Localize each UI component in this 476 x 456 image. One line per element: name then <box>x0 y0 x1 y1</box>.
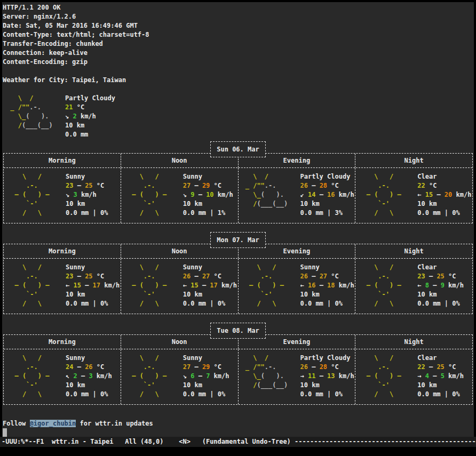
weather-cell-night: \ / .-. – ( ) – `-' / \ Clear22 – 25 °C→… <box>355 349 472 404</box>
weather-cell-morning: \ / .-. – ( ) – `-' / \ Sunny24 – 26 °C↖… <box>4 349 121 404</box>
forecast-body-row: \ / .-. – ( ) – `-' / \ Sunny23 – 25 °C↘… <box>4 168 472 223</box>
weather-cell-info: Clear23 – 25 °C← 8 – 9 km/h10 km0.0 mm |… <box>417 263 472 314</box>
sun-icon: \ / .-. – ( ) – `-' / \ <box>124 172 180 223</box>
period-header-morning: Morning <box>4 335 121 349</box>
period-header-morning: Morning <box>4 154 121 167</box>
weather-cell-morning: \ / .-. – ( ) – `-' / \ Sunny23 – 25 °C←… <box>4 259 121 314</box>
weather-cell-info: Partly Cloudy26 – 28 °C→ 11 – 13 km/h10 … <box>300 354 355 404</box>
weather-cell-info: Clear22 °C← 15 – 20 km/h10 km0.0 mm | 0% <box>417 172 472 223</box>
sun-icon: \ / .-. – ( ) – `-' / \ <box>359 263 414 314</box>
weather-cell-night: \ / .-. – ( ) – `-' / \ Clear23 – 25 °C←… <box>355 259 472 314</box>
terminal-content: HTTP/1.1 200 OK Server: nginx/1.2.6 Date… <box>2 2 474 447</box>
forecast-table: Sun 06. MarMorningNoonEveningNight \ / .… <box>3 153 473 223</box>
sun-icon: \ / .-. – ( ) – `-' / \ <box>242 263 297 314</box>
weather-cell-info: Sunny24 – 26 °C↖ 2 – 3 km/h10 km0.0 mm |… <box>66 354 121 404</box>
forecast-body-row: \ / .-. – ( ) – `-' / \ Sunny24 – 26 °C↖… <box>4 349 472 404</box>
weather-cell-info: Sunny23 – 25 °C← 15 – 17 km/h10 km0.0 mm… <box>66 263 121 314</box>
current-conditions-info: Partly Cloudy21 °C↘ 2 km/h10 km0.0 mm <box>65 94 115 139</box>
forecast-day-1: Sun 06. MarMorningNoonEveningNight \ / .… <box>3 153 473 223</box>
terminal-cursor <box>3 428 7 437</box>
current-conditions: \ / _ /"".-. \_( ). /(___(__) Partly Clo… <box>2 94 474 139</box>
forecast-day-3: Tue 08. MarMorningNoonEveningNight \ / .… <box>3 334 473 405</box>
forecast-table: Mon 07. MarMorningNoonEveningNight \ / .… <box>3 244 473 314</box>
terminal-cursor-line <box>3 428 474 437</box>
weather-cell-morning: \ / .-. – ( ) – `-' / \ Sunny23 – 25 °C↘… <box>4 168 121 223</box>
weather-cell-info: Sunny27 – 29 °C↘ 9 – 10 km/h10 km0.0 mm … <box>183 172 238 223</box>
forecast-table: Tue 08. MarMorningNoonEveningNight \ / .… <box>3 334 473 405</box>
partly-cloudy-icon: \ / _ /"".-. \_( ). /(___(__) <box>242 172 297 223</box>
weather-cell-noon: \ / .-. – ( ) – `-' / \ Sunny27 – 29 °C↘… <box>121 349 238 404</box>
twitter-handle-link[interactable]: @igor_chubin <box>30 420 76 427</box>
period-header-night: Night <box>355 244 472 258</box>
forecast-day-2: Mon 07. MarMorningNoonEveningNight \ / .… <box>3 244 473 314</box>
follow-line: Follow @igor_chubin for wttr.in updates <box>3 419 474 428</box>
sun-icon: \ / .-. – ( ) – `-' / \ <box>7 263 62 314</box>
weather-cell-noon: \ / .-. – ( ) – `-' / \ Sunny26 – 27 °C←… <box>121 259 238 314</box>
period-header-night: Night <box>355 154 472 167</box>
terminal-window: { "colors": { "white": "#e9e9e9", "cloud… <box>0 0 476 456</box>
partly-cloudy-icon: \ / _ /"".-. \_( ). /(___(__) <box>6 94 62 139</box>
location-line: Weather for City: Taipei, Taiwan <box>3 76 474 85</box>
weather-cell-evening: \ / _ /"".-. \_( ). /(___(__) Partly Clo… <box>238 349 355 404</box>
weather-cell-night: \ / .-. – ( ) – `-' / \ Clear22 °C← 15 –… <box>355 168 472 223</box>
forecast-body-row: \ / .-. – ( ) – `-' / \ Sunny23 – 25 °C←… <box>4 259 472 314</box>
weather-cell-evening: \ / .-. – ( ) – `-' / \ Sunny26 – 27 °C←… <box>238 259 355 314</box>
date-label: Tue 08. Mar <box>217 326 259 335</box>
partly-cloudy-icon: \ / _ /"".-. \_( ). /(___(__) <box>242 354 297 404</box>
weather-cell-info: Sunny26 – 27 °C← 15 – 17 km/h10 km0.0 mm… <box>183 263 238 314</box>
sun-icon: \ / .-. – ( ) – `-' / \ <box>124 263 180 314</box>
follow-prefix: Follow <box>3 420 30 427</box>
period-header-morning: Morning <box>4 244 121 258</box>
weather-cell-evening: \ / _ /"".-. \_( ). /(___(__) Partly Clo… <box>238 168 355 223</box>
weather-cell-info: Sunny26 – 27 °C← 16 – 18 km/h10 km0.0 mm… <box>300 263 355 314</box>
emacs-modeline: -UUU:%*--F1 wttr.in - Taipei All (48,0) … <box>0 437 476 447</box>
date-box: Tue 08. Mar <box>210 323 266 339</box>
weather-cell-info: Sunny23 – 25 °C↘ 3 km/h10 km0.0 mm | 0% <box>66 172 121 223</box>
http-response-headers: HTTP/1.1 200 OK Server: nginx/1.2.6 Date… <box>3 3 474 67</box>
date-box: Sun 06. Mar <box>210 141 266 157</box>
date-label: Sun 06. Mar <box>217 145 259 154</box>
period-header-night: Night <box>355 335 472 349</box>
sun-icon: \ / .-. – ( ) – `-' / \ <box>124 354 180 404</box>
sun-icon: \ / .-. – ( ) – `-' / \ <box>359 354 414 404</box>
weather-cell-info: Partly Cloudy26 – 28 °C↙ 14 – 16 km/h10 … <box>300 172 355 223</box>
weather-cell-info: Sunny27 – 29 °C↘ 6 – 7 km/h10 km0.0 mm |… <box>183 354 238 404</box>
sun-icon: \ / .-. – ( ) – `-' / \ <box>7 172 62 223</box>
follow-suffix: for wttr.in updates <box>76 420 153 427</box>
date-label: Mon 07. Mar <box>217 236 259 245</box>
forecast-days: Sun 06. MarMorningNoonEveningNight \ / .… <box>2 153 474 405</box>
date-box: Mon 07. Mar <box>210 232 266 248</box>
weather-cell-noon: \ / .-. – ( ) – `-' / \ Sunny27 – 29 °C↘… <box>121 168 238 223</box>
weather-cell-info: Clear22 – 25 °C→ 4 – 5 km/h10 km0.0 mm |… <box>417 354 472 404</box>
sun-icon: \ / .-. – ( ) – `-' / \ <box>7 354 62 404</box>
sun-icon: \ / .-. – ( ) – `-' / \ <box>359 172 414 223</box>
